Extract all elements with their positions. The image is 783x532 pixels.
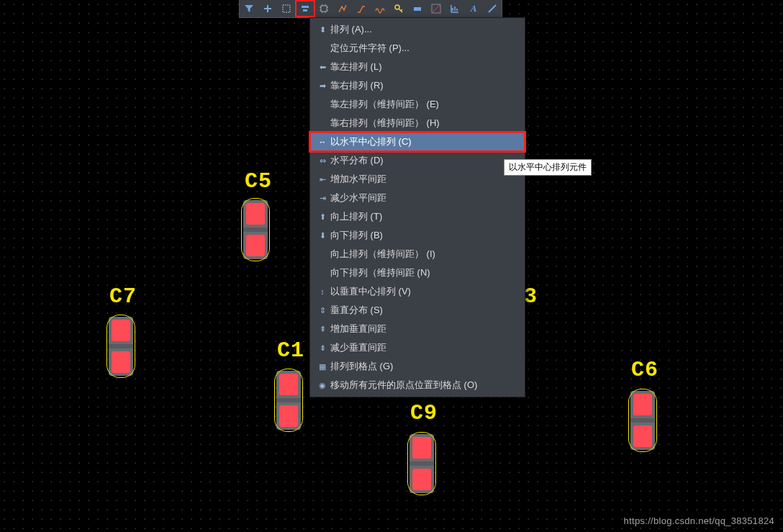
svg-rect-1 (302, 6, 309, 8)
menu-item-align-top-keep[interactable]: 向上排列（维持间距） (I) (310, 245, 525, 263)
menu-item-align-bottom-keep[interactable]: 向下排列（维持间距 (N) (310, 263, 525, 282)
svg-rect-3 (321, 6, 327, 12)
svg-rect-2 (303, 9, 307, 12)
refdes-fragment: 3 (524, 284, 537, 309)
watermark: https://blog.csdn.net/qq_38351824 (624, 515, 774, 526)
component-c7[interactable] (107, 315, 135, 378)
menu-item-v-center[interactable]: ↕以垂直中心排列 (V) (310, 282, 525, 301)
menu-label: 排列 (A)... (330, 23, 517, 36)
menu-item-h-center[interactable]: ↔以水平中心排列 (C) (310, 132, 525, 151)
refdes-c6: C6 (631, 358, 658, 382)
menu-item-v-inc-space[interactable]: ⇞增加垂直间距 (310, 320, 525, 338)
arrange-icon: ⬍ (314, 25, 330, 35)
component-c9[interactable] (407, 432, 436, 495)
menu-item-h-inc-space[interactable]: ⇤增加水平间距 (310, 170, 525, 189)
menu-item-align-right-keep[interactable]: 靠右排列（维持间距） (H) (310, 114, 525, 132)
refdes-c9: C9 (410, 401, 438, 425)
menu-item-align-right[interactable]: ➡靠右排列 (R) (310, 76, 525, 95)
menu-item-align-bottom[interactable]: ⬇向下排列 (B) (310, 226, 525, 245)
menu-item-snap-grid[interactable]: ▦排列到格点 (G) (310, 357, 525, 376)
menu-item-move-origins-grid[interactable]: ◉移动所有元件的原点位置到格点 (O) (310, 376, 525, 395)
menu-item-align-left-keep[interactable]: 靠左排列（维持间距） (E) (310, 95, 525, 114)
refdes-c5: C5 (245, 169, 272, 194)
align-button[interactable] (296, 1, 314, 17)
toolbar: A (239, 0, 502, 18)
tooltip: 以水平中心排列元件 (504, 159, 592, 176)
segment-icon[interactable] (333, 1, 352, 17)
menu-item-h-distribute[interactable]: ⇔水平分布 (D) (310, 151, 525, 170)
route-icon[interactable] (352, 1, 371, 17)
menu-item-align-left[interactable]: ⬅靠左排列 (L) (310, 58, 525, 76)
menu-item-arrange[interactable]: ⬍排列 (A)... (310, 20, 525, 39)
pad-icon[interactable] (408, 1, 427, 17)
svg-rect-5 (414, 7, 421, 11)
menu-item-locate-chars[interactable]: 定位元件字符 (P)... (310, 39, 525, 58)
plus-icon[interactable] (258, 1, 277, 17)
menu-item-h-dec-space[interactable]: ⇥减少水平间距 (310, 189, 525, 207)
key-icon[interactable] (389, 1, 408, 17)
component-c1[interactable] (274, 369, 303, 432)
align-menu: ⬍排列 (A)... 定位元件字符 (P)... ⬅靠左排列 (L) ➡靠右排列… (309, 17, 525, 397)
filter-icon[interactable] (240, 1, 258, 17)
refdes-c7: C7 (109, 284, 137, 309)
chip-icon[interactable] (314, 1, 333, 17)
trace-icon[interactable] (427, 1, 445, 17)
select-box-icon[interactable] (277, 1, 296, 17)
wave-icon[interactable] (371, 1, 389, 17)
line-icon[interactable] (483, 1, 502, 17)
refdes-c1: C1 (277, 338, 304, 363)
chart-icon[interactable] (445, 1, 464, 17)
text-icon[interactable]: A (464, 1, 483, 17)
svg-rect-0 (283, 5, 290, 12)
menu-item-v-distribute[interactable]: ⇕垂直分布 (S) (310, 301, 525, 320)
menu-item-v-dec-space[interactable]: ⇟减少垂直间距 (310, 338, 525, 357)
component-c5[interactable] (241, 198, 270, 261)
component-c6[interactable] (628, 389, 657, 452)
menu-item-align-top[interactable]: ⬆向上排列 (T) (310, 207, 525, 226)
